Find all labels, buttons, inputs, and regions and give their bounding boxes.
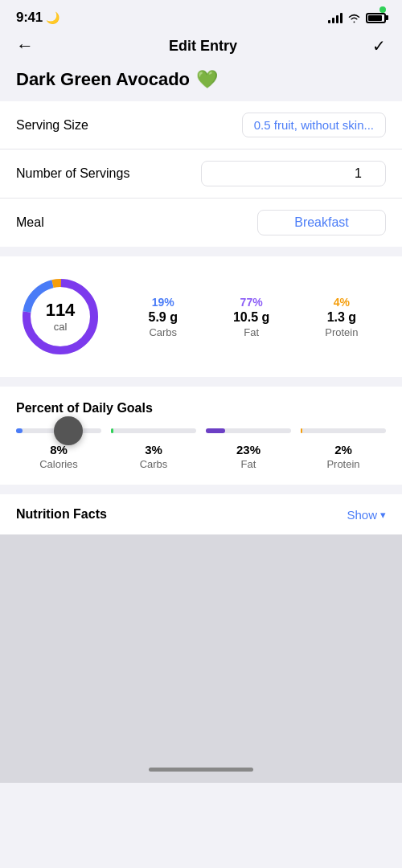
fat-goal-name: Fat (206, 458, 291, 470)
fat-goal-item: 23% Fat (206, 443, 291, 470)
calories-progress-fill (16, 428, 23, 433)
chevron-down-icon: ▾ (380, 509, 386, 521)
protein-goal-pct: 2% (301, 443, 386, 457)
serving-size-button[interactable]: 0.5 fruit, without skin... (242, 113, 386, 137)
green-dot (379, 6, 386, 13)
signal-icon (328, 12, 343, 23)
nutrition-facts-card: Nutrition Facts Show ▾ (0, 494, 402, 534)
carbs-goal-name: Carbs (111, 458, 196, 470)
battery-icon (366, 13, 386, 23)
protein-grams: 1.3 g (325, 310, 358, 325)
heart-icon: 💚 (196, 69, 218, 90)
goals-labels-row: 8% Calories 3% Carbs 23% Fat 2% Protein (16, 443, 386, 470)
bottom-area (0, 534, 402, 760)
fat-progress-fill (206, 428, 225, 433)
fat-progress-track (206, 428, 291, 433)
calories-goal-item: 8% Calories (16, 443, 101, 470)
protein-goal-name: Protein (301, 458, 386, 470)
protein-progress-track (301, 428, 386, 433)
home-indicator (0, 760, 402, 783)
confirm-button[interactable]: ✓ (372, 36, 386, 55)
moon-icon: 🌙 (46, 11, 59, 24)
protein-pct: 4% (325, 296, 358, 309)
meal-row: Meal Breakfast (0, 199, 402, 247)
carbs-goal-pct: 3% (111, 443, 196, 457)
macros-card: 114 cal 19% 5.9 g Carbs 77% 10.5 g Fat 4… (0, 256, 402, 377)
meal-label: Meal (16, 215, 44, 230)
donut-chart: 114 cal (16, 272, 105, 361)
fat-label: Fat (233, 326, 269, 338)
carbs-macro: 19% 5.9 g Carbs (148, 296, 177, 338)
daily-goals-title: Percent of Daily Goals (16, 401, 386, 416)
number-of-servings-row: Number of Servings (0, 149, 402, 199)
fat-grams: 10.5 g (233, 310, 269, 325)
status-bar: 9:41 🌙 (0, 0, 402, 29)
nutrition-facts-title: Nutrition Facts (16, 507, 107, 522)
wifi-icon (347, 13, 361, 23)
carbs-progress-track (111, 428, 196, 433)
calories-label: cal (46, 321, 76, 334)
entry-fields-card: Serving Size 0.5 fruit, without skin... … (0, 101, 402, 247)
daily-goals-card: Percent of Daily Goals 8% (0, 387, 402, 485)
number-of-servings-label: Number of Servings (16, 166, 129, 181)
protein-label: Protein (325, 326, 358, 338)
home-bar (149, 768, 253, 772)
fat-macro: 77% 10.5 g Fat (233, 296, 269, 338)
protein-progress-fill (301, 428, 302, 433)
serving-size-label: Serving Size (16, 118, 88, 133)
protein-progress-wrap (301, 428, 386, 433)
nav-bar: ← Edit Entry ✓ (0, 29, 402, 66)
carbs-progress-fill (111, 428, 113, 433)
fat-pct: 77% (233, 296, 269, 309)
show-label: Show (347, 508, 377, 522)
serving-size-row: Serving Size 0.5 fruit, without skin... (0, 101, 402, 149)
status-icons (328, 12, 386, 23)
fat-progress-wrap (206, 428, 291, 433)
fat-goal-pct: 23% (206, 443, 291, 457)
calories-goal-name: Calories (16, 458, 101, 470)
carbs-grams: 5.9 g (148, 310, 177, 325)
carbs-progress-wrap (111, 428, 196, 433)
carbs-label: Carbs (148, 326, 177, 338)
meal-button[interactable]: Breakfast (257, 210, 386, 235)
calories-value: 114 (46, 300, 76, 321)
food-name: Dark Green Avocado (16, 69, 190, 90)
donut-center: 114 cal (46, 300, 76, 334)
protein-goal-item: 2% Protein (301, 443, 386, 470)
progress-bars-row (16, 428, 386, 433)
macro-stats: 19% 5.9 g Carbs 77% 10.5 g Fat 4% 1.3 g … (121, 296, 386, 338)
carbs-goal-item: 3% Carbs (111, 443, 196, 470)
number-of-servings-input[interactable] (201, 161, 386, 186)
carbs-pct: 19% (148, 296, 177, 309)
page-title: Edit Entry (169, 38, 237, 55)
show-nutrition-button[interactable]: Show ▾ (347, 508, 386, 522)
protein-macro: 4% 1.3 g Protein (325, 296, 358, 338)
back-button[interactable]: ← (16, 35, 34, 56)
progress-drag-handle[interactable] (54, 416, 83, 445)
calories-goal-pct: 8% (16, 443, 101, 457)
food-title-section: Dark Green Avocado 💚 (0, 66, 402, 101)
status-time: 9:41 (16, 10, 43, 26)
